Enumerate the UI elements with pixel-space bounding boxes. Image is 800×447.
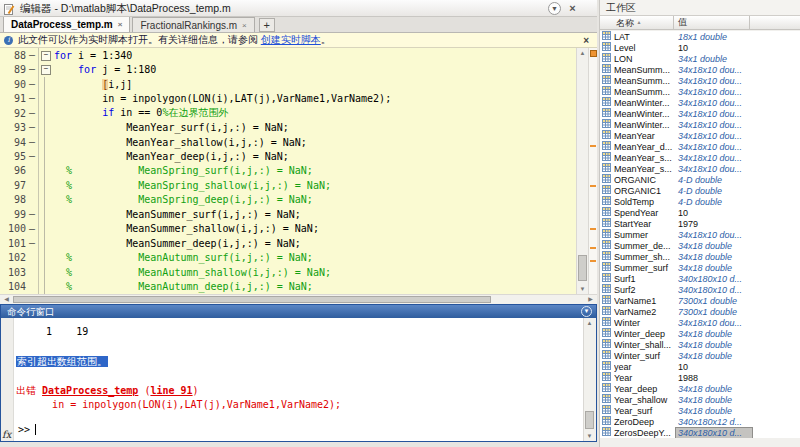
warning-summary-icon[interactable] <box>590 50 597 57</box>
breakpoint-column[interactable]: – <box>26 106 39 120</box>
scroll-left-icon[interactable]: ◀ <box>1 295 12 304</box>
workspace-row[interactable]: ZerosDeepY...340x180x10 d... <box>600 427 800 438</box>
code-text[interactable]: % MeanSpring_surf(i,j,:) = NaN; <box>52 165 313 176</box>
code-text[interactable]: in = inpolygon(LON(i),LAT(j),VarName1,Va… <box>52 93 391 104</box>
code-text[interactable]: MeanYear_surf(i,j,:) = NaN; <box>52 122 289 133</box>
workspace-row[interactable]: MeanWinter...34x18x10 dou... <box>600 97 800 108</box>
workspace-row[interactable]: MeanSumm...34x18x10 dou... <box>600 64 800 75</box>
scrollbar-thumb[interactable] <box>13 296 491 303</box>
workspace-row[interactable]: Winter34x18x10 dou... <box>600 317 800 328</box>
workspace-row[interactable]: VarName27300x1 double <box>600 306 800 317</box>
tab-fractionalrankings[interactable]: FractionalRankings.m × <box>132 17 254 32</box>
breakpoint-column[interactable]: – <box>26 48 39 62</box>
workspace-row[interactable]: Summer_sh...34x18 double <box>600 251 800 262</box>
workspace-row[interactable]: ORGANIC14-D double <box>600 185 800 196</box>
code-text[interactable]: MeanSummer_shallow(i,j,:) = NaN; <box>52 223 319 234</box>
workspace-row[interactable]: MeanSumm...34x18x10 dou... <box>600 75 800 86</box>
workspace-row[interactable]: Winter_surf34x18 double <box>600 350 800 361</box>
breakpoint-column[interactable] <box>26 265 39 279</box>
breakpoint-column[interactable]: – <box>26 135 39 149</box>
breakpoint-column[interactable]: – <box>26 222 39 236</box>
error-line-link[interactable]: line 91 <box>150 385 192 396</box>
code-text[interactable]: if in == 0%在边界范围外 <box>52 106 228 120</box>
code-text[interactable]: % MeanAutumn_deep(i,j,:) = NaN; <box>52 281 313 292</box>
fold-marker-icon[interactable] <box>39 48 52 62</box>
fold-marker-icon[interactable] <box>39 62 52 76</box>
code-text[interactable]: MeanYear_shallow(i,j,:) = NaN; <box>52 137 307 148</box>
fx-icon[interactable]: fx <box>2 429 11 440</box>
workspace-row[interactable]: Winter_deep34x18 double <box>600 328 800 339</box>
workspace-row[interactable]: MeanSumm...34x18x10 dou... <box>600 86 800 97</box>
tab-close-icon[interactable]: × <box>242 21 247 30</box>
workspace-row[interactable]: Year_deep34x18 double <box>600 383 800 394</box>
banner-close-icon[interactable]: × <box>583 34 589 48</box>
workspace-row[interactable]: MeanYear_s...34x18x10 dou... <box>600 152 800 163</box>
workspace-row[interactable]: MeanYear34x18x10 dou... <box>600 130 800 141</box>
workspace-row[interactable]: ZeroDeep340x180x12 d... <box>600 416 800 427</box>
code-text[interactable]: [i,j] <box>52 79 132 90</box>
column-header-name[interactable]: 名称 ▲ <box>600 16 674 29</box>
workspace-row[interactable]: MeanWinter...34x18x10 dou... <box>600 119 800 130</box>
scroll-down-icon[interactable]: ▼ <box>577 284 588 294</box>
workspace-row[interactable]: year10 <box>600 361 800 372</box>
workspace-row[interactable]: LAT18x1 double <box>600 31 800 42</box>
new-tab-button[interactable]: + <box>259 18 275 32</box>
command-window-body[interactable]: fx 1 19 索引超出数组范围。 出错 DataProcess_temp (l… <box>1 318 596 441</box>
command-window-content[interactable]: 1 19 索引超出数组范围。 出错 DataProcess_temp (line… <box>14 318 583 441</box>
scroll-up-icon[interactable]: ▲ <box>577 48 588 58</box>
workspace-row[interactable]: Year_surf34x18 double <box>600 405 800 416</box>
breakpoint-column[interactable] <box>26 164 39 178</box>
code-text[interactable]: % MeanAutumn_surf(i,j,:) = NaN; <box>52 252 313 263</box>
workspace-row[interactable]: Surf2340x180x10 d... <box>600 284 800 295</box>
scrollbar-thumb[interactable] <box>578 255 587 281</box>
editor-vertical-scrollbar[interactable]: ▲ ▼ <box>576 48 588 294</box>
tab-dataprocess[interactable]: DataProcess_temp.m × <box>3 16 130 32</box>
breakpoint-column[interactable]: – <box>26 91 39 105</box>
command-prompt[interactable]: >> <box>18 424 36 436</box>
workspace-row[interactable]: MeanYear_s...34x18x10 dou... <box>600 163 800 174</box>
command-window-menu-button[interactable]: ▼ <box>581 306 592 317</box>
breakpoint-column[interactable]: – <box>26 77 39 91</box>
breakpoint-column[interactable] <box>26 280 39 294</box>
workspace-row[interactable]: Level10 <box>600 42 800 53</box>
editor-menu-button[interactable]: ▼ <box>548 2 561 15</box>
workspace-row[interactable]: StartYear1979 <box>600 218 800 229</box>
warning-marker[interactable] <box>590 247 596 249</box>
warning-marker[interactable] <box>590 260 596 262</box>
code-text[interactable]: % MeanSpring_shallow(i,j,:) = NaN; <box>52 180 331 191</box>
warning-marker[interactable] <box>590 185 596 187</box>
breakpoint-column[interactable] <box>26 251 39 265</box>
warning-marker[interactable] <box>590 145 596 147</box>
column-header-value[interactable]: 值 <box>674 16 750 29</box>
scroll-up-icon[interactable]: ▲ <box>584 318 595 328</box>
scrollbar-thumb[interactable] <box>585 411 594 429</box>
code-text[interactable]: MeanSummer_deep(i,j,:) = NaN; <box>52 238 301 249</box>
error-file-link[interactable]: DataProcess_temp <box>42 385 138 396</box>
code-text[interactable]: for i = 1:340 <box>52 50 132 61</box>
workspace-row[interactable]: Year_shallow34x18 double <box>600 394 800 405</box>
workspace-row[interactable]: Surf1340x180x10 d... <box>600 273 800 284</box>
code-text[interactable]: for j = 1:180 <box>52 64 156 75</box>
code-text[interactable]: % MeanAutumn_shallow(i,j,:) = NaN; <box>52 267 331 278</box>
workspace-row[interactable]: LON34x1 double <box>600 53 800 64</box>
breakpoint-column[interactable]: – <box>26 120 39 134</box>
tab-close-icon[interactable]: × <box>118 20 123 29</box>
workspace-row[interactable]: Summer34x18x10 dou... <box>600 229 800 240</box>
scroll-right-icon[interactable]: ▶ <box>585 295 596 304</box>
workspace-row[interactable]: Summer_surf34x18 double <box>600 262 800 273</box>
workspace-row[interactable]: Winter_shall...34x18 double <box>600 339 800 350</box>
editor-close-button[interactable]: × <box>566 2 579 15</box>
workspace-row[interactable]: ORGANIC4-D double <box>600 174 800 185</box>
workspace-row[interactable]: VarName17300x1 double <box>600 295 800 306</box>
code-lines[interactable]: 88–for i = 1:34089– for j = 1:18090– [i,… <box>0 48 597 294</box>
code-text[interactable]: % MeanSpring_deep(i,j,:) = NaN; <box>52 194 313 205</box>
code-text[interactable]: MeanSummer_surf(i,j,:) = NaN; <box>52 209 301 220</box>
breakpoint-column[interactable]: – <box>26 62 39 76</box>
scroll-down-icon[interactable]: ▼ <box>584 431 595 441</box>
code-text[interactable]: MeanYear_deep(i,j,:) = NaN; <box>52 151 289 162</box>
workspace-row[interactable]: Year1988 <box>600 372 800 383</box>
workspace-row[interactable]: SoldTemp4-D double <box>600 196 800 207</box>
workspace-row[interactable]: Summer_de...34x18 double <box>600 240 800 251</box>
breakpoint-column[interactable]: – <box>26 236 39 250</box>
breakpoint-column[interactable] <box>26 193 39 207</box>
